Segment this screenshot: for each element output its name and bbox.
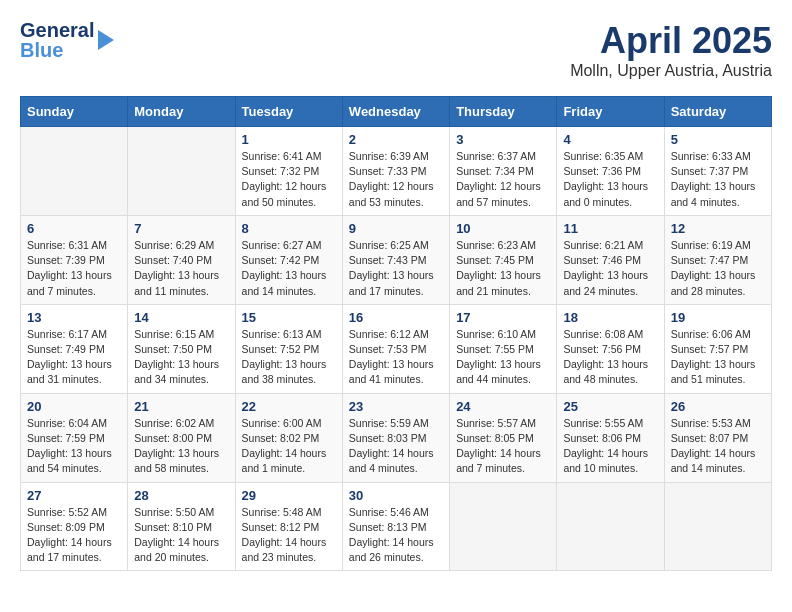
calendar-cell: 13Sunrise: 6:17 AM Sunset: 7:49 PM Dayli…: [21, 304, 128, 393]
day-number: 14: [134, 310, 228, 325]
day-info: Sunrise: 6:10 AM Sunset: 7:55 PM Dayligh…: [456, 327, 550, 388]
day-number: 21: [134, 399, 228, 414]
day-header-friday: Friday: [557, 97, 664, 127]
day-number: 12: [671, 221, 765, 236]
day-info: Sunrise: 6:33 AM Sunset: 7:37 PM Dayligh…: [671, 149, 765, 210]
calendar-cell: 11Sunrise: 6:21 AM Sunset: 7:46 PM Dayli…: [557, 215, 664, 304]
day-header-saturday: Saturday: [664, 97, 771, 127]
day-info: Sunrise: 5:59 AM Sunset: 8:03 PM Dayligh…: [349, 416, 443, 477]
month-title: April 2025: [570, 20, 772, 62]
calendar-cell: [128, 127, 235, 216]
day-info: Sunrise: 6:02 AM Sunset: 8:00 PM Dayligh…: [134, 416, 228, 477]
day-info: Sunrise: 6:23 AM Sunset: 7:45 PM Dayligh…: [456, 238, 550, 299]
calendar-week-1: 1Sunrise: 6:41 AM Sunset: 7:32 PM Daylig…: [21, 127, 772, 216]
day-number: 1: [242, 132, 336, 147]
day-number: 26: [671, 399, 765, 414]
calendar-cell: 9Sunrise: 6:25 AM Sunset: 7:43 PM Daylig…: [342, 215, 449, 304]
calendar-cell: 3Sunrise: 6:37 AM Sunset: 7:34 PM Daylig…: [450, 127, 557, 216]
day-info: Sunrise: 6:41 AM Sunset: 7:32 PM Dayligh…: [242, 149, 336, 210]
day-info: Sunrise: 5:53 AM Sunset: 8:07 PM Dayligh…: [671, 416, 765, 477]
title-block: April 2025 Molln, Upper Austria, Austria: [570, 20, 772, 80]
location: Molln, Upper Austria, Austria: [570, 62, 772, 80]
day-number: 9: [349, 221, 443, 236]
calendar-table: SundayMondayTuesdayWednesdayThursdayFrid…: [20, 96, 772, 571]
logo-text: General Blue: [20, 20, 94, 60]
logo: General Blue: [20, 20, 114, 60]
calendar-header-row: SundayMondayTuesdayWednesdayThursdayFrid…: [21, 97, 772, 127]
day-info: Sunrise: 6:35 AM Sunset: 7:36 PM Dayligh…: [563, 149, 657, 210]
calendar-cell: 23Sunrise: 5:59 AM Sunset: 8:03 PM Dayli…: [342, 393, 449, 482]
day-number: 10: [456, 221, 550, 236]
calendar-cell: 18Sunrise: 6:08 AM Sunset: 7:56 PM Dayli…: [557, 304, 664, 393]
day-info: Sunrise: 6:06 AM Sunset: 7:57 PM Dayligh…: [671, 327, 765, 388]
calendar-cell: 25Sunrise: 5:55 AM Sunset: 8:06 PM Dayli…: [557, 393, 664, 482]
day-info: Sunrise: 6:08 AM Sunset: 7:56 PM Dayligh…: [563, 327, 657, 388]
day-info: Sunrise: 5:55 AM Sunset: 8:06 PM Dayligh…: [563, 416, 657, 477]
day-info: Sunrise: 5:48 AM Sunset: 8:12 PM Dayligh…: [242, 505, 336, 566]
day-info: Sunrise: 6:00 AM Sunset: 8:02 PM Dayligh…: [242, 416, 336, 477]
calendar-cell: 20Sunrise: 6:04 AM Sunset: 7:59 PM Dayli…: [21, 393, 128, 482]
day-number: 5: [671, 132, 765, 147]
page-header: General Blue April 2025 Molln, Upper Aus…: [20, 20, 772, 80]
day-number: 30: [349, 488, 443, 503]
day-info: Sunrise: 6:39 AM Sunset: 7:33 PM Dayligh…: [349, 149, 443, 210]
calendar-cell: [664, 482, 771, 571]
calendar-week-5: 27Sunrise: 5:52 AM Sunset: 8:09 PM Dayli…: [21, 482, 772, 571]
day-info: Sunrise: 5:57 AM Sunset: 8:05 PM Dayligh…: [456, 416, 550, 477]
day-info: Sunrise: 6:29 AM Sunset: 7:40 PM Dayligh…: [134, 238, 228, 299]
day-number: 15: [242, 310, 336, 325]
day-number: 16: [349, 310, 443, 325]
day-number: 28: [134, 488, 228, 503]
calendar-cell: [557, 482, 664, 571]
calendar-week-3: 13Sunrise: 6:17 AM Sunset: 7:49 PM Dayli…: [21, 304, 772, 393]
calendar-cell: 4Sunrise: 6:35 AM Sunset: 7:36 PM Daylig…: [557, 127, 664, 216]
calendar-cell: 7Sunrise: 6:29 AM Sunset: 7:40 PM Daylig…: [128, 215, 235, 304]
day-info: Sunrise: 6:15 AM Sunset: 7:50 PM Dayligh…: [134, 327, 228, 388]
day-number: 13: [27, 310, 121, 325]
day-number: 17: [456, 310, 550, 325]
calendar-cell: 2Sunrise: 6:39 AM Sunset: 7:33 PM Daylig…: [342, 127, 449, 216]
calendar-cell: 14Sunrise: 6:15 AM Sunset: 7:50 PM Dayli…: [128, 304, 235, 393]
day-number: 4: [563, 132, 657, 147]
day-number: 23: [349, 399, 443, 414]
calendar-cell: 28Sunrise: 5:50 AM Sunset: 8:10 PM Dayli…: [128, 482, 235, 571]
day-header-tuesday: Tuesday: [235, 97, 342, 127]
calendar-cell: 6Sunrise: 6:31 AM Sunset: 7:39 PM Daylig…: [21, 215, 128, 304]
calendar-cell: 26Sunrise: 5:53 AM Sunset: 8:07 PM Dayli…: [664, 393, 771, 482]
day-number: 6: [27, 221, 121, 236]
day-number: 24: [456, 399, 550, 414]
calendar-cell: 30Sunrise: 5:46 AM Sunset: 8:13 PM Dayli…: [342, 482, 449, 571]
day-number: 20: [27, 399, 121, 414]
day-info: Sunrise: 5:50 AM Sunset: 8:10 PM Dayligh…: [134, 505, 228, 566]
calendar-cell: 21Sunrise: 6:02 AM Sunset: 8:00 PM Dayli…: [128, 393, 235, 482]
logo-general: General: [20, 20, 94, 40]
day-info: Sunrise: 6:25 AM Sunset: 7:43 PM Dayligh…: [349, 238, 443, 299]
day-info: Sunrise: 6:13 AM Sunset: 7:52 PM Dayligh…: [242, 327, 336, 388]
day-header-wednesday: Wednesday: [342, 97, 449, 127]
logo-arrow-icon: [98, 30, 114, 50]
calendar-cell: 16Sunrise: 6:12 AM Sunset: 7:53 PM Dayli…: [342, 304, 449, 393]
day-info: Sunrise: 6:17 AM Sunset: 7:49 PM Dayligh…: [27, 327, 121, 388]
day-number: 3: [456, 132, 550, 147]
day-number: 7: [134, 221, 228, 236]
day-number: 11: [563, 221, 657, 236]
logo-blue: Blue: [20, 40, 94, 60]
day-number: 27: [27, 488, 121, 503]
calendar-cell: 1Sunrise: 6:41 AM Sunset: 7:32 PM Daylig…: [235, 127, 342, 216]
day-info: Sunrise: 6:21 AM Sunset: 7:46 PM Dayligh…: [563, 238, 657, 299]
calendar-cell: [450, 482, 557, 571]
day-info: Sunrise: 6:12 AM Sunset: 7:53 PM Dayligh…: [349, 327, 443, 388]
calendar-cell: 5Sunrise: 6:33 AM Sunset: 7:37 PM Daylig…: [664, 127, 771, 216]
day-info: Sunrise: 6:04 AM Sunset: 7:59 PM Dayligh…: [27, 416, 121, 477]
calendar-week-2: 6Sunrise: 6:31 AM Sunset: 7:39 PM Daylig…: [21, 215, 772, 304]
calendar-cell: 29Sunrise: 5:48 AM Sunset: 8:12 PM Dayli…: [235, 482, 342, 571]
day-info: Sunrise: 5:52 AM Sunset: 8:09 PM Dayligh…: [27, 505, 121, 566]
calendar-cell: 22Sunrise: 6:00 AM Sunset: 8:02 PM Dayli…: [235, 393, 342, 482]
calendar-cell: 27Sunrise: 5:52 AM Sunset: 8:09 PM Dayli…: [21, 482, 128, 571]
calendar-cell: 8Sunrise: 6:27 AM Sunset: 7:42 PM Daylig…: [235, 215, 342, 304]
day-number: 2: [349, 132, 443, 147]
day-info: Sunrise: 5:46 AM Sunset: 8:13 PM Dayligh…: [349, 505, 443, 566]
day-header-monday: Monday: [128, 97, 235, 127]
calendar-cell: 12Sunrise: 6:19 AM Sunset: 7:47 PM Dayli…: [664, 215, 771, 304]
calendar-cell: [21, 127, 128, 216]
